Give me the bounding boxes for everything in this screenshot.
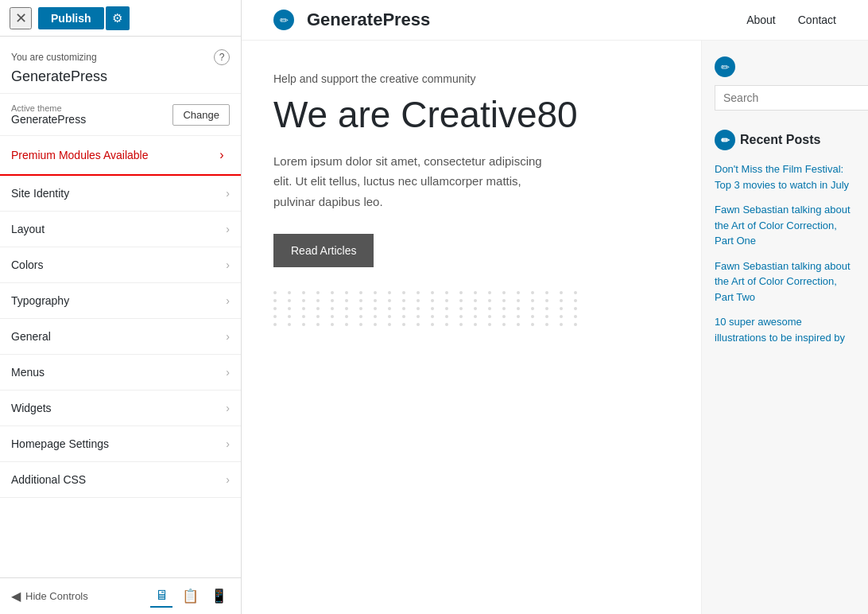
dot bbox=[345, 315, 348, 318]
tablet-icon[interactable]: 📋 bbox=[179, 585, 201, 608]
dot bbox=[302, 323, 305, 326]
recent-post-link-2[interactable]: Fawn Sebastian talking about the Art of … bbox=[715, 202, 855, 249]
publish-button[interactable]: Publish bbox=[38, 7, 104, 29]
right-panel: ✏ GeneratePress About Contact Help and s… bbox=[242, 0, 868, 614]
dot bbox=[545, 299, 548, 302]
chevron-right-icon: › bbox=[214, 147, 230, 163]
dot bbox=[417, 299, 420, 302]
sidebar: ✏ 🔍 ✏ Recent Posts Don't Miss the Film F… bbox=[701, 41, 868, 614]
dot bbox=[488, 299, 491, 302]
gear-icon: ⚙ bbox=[112, 11, 122, 25]
dot bbox=[459, 307, 463, 310]
dot bbox=[345, 323, 348, 326]
left-panel: ✕ Publish ⚙ You are customizing ? Genera… bbox=[0, 0, 242, 614]
menu-item-menus[interactable]: Menus › bbox=[0, 355, 241, 391]
site-logo-text: GeneratePress bbox=[307, 10, 430, 30]
edit-logo-icon[interactable]: ✏ bbox=[273, 10, 294, 30]
site-header: ✏ GeneratePress About Contact bbox=[242, 0, 868, 41]
dot bbox=[431, 291, 434, 294]
dot bbox=[488, 291, 491, 294]
menu-item-layout[interactable]: Layout › bbox=[0, 212, 241, 247]
chevron-icon: › bbox=[226, 294, 230, 307]
recent-post-link-4[interactable]: 10 super awesome illustrations to be ins… bbox=[715, 314, 855, 345]
hero-title: We are Creative80 bbox=[273, 95, 669, 135]
dot bbox=[359, 291, 362, 294]
dot bbox=[417, 323, 420, 326]
dot bbox=[417, 307, 420, 310]
dot bbox=[374, 291, 377, 294]
dot bbox=[388, 315, 391, 318]
dot bbox=[474, 299, 477, 302]
change-theme-button[interactable]: Change bbox=[172, 104, 230, 126]
mobile-icon[interactable]: 📱 bbox=[207, 585, 230, 608]
desktop-icon[interactable]: 🖥 bbox=[150, 585, 172, 608]
dot bbox=[273, 315, 277, 318]
menu-item-site-identity[interactable]: Site Identity › bbox=[0, 176, 241, 212]
dot bbox=[431, 299, 434, 302]
dot bbox=[474, 315, 477, 318]
chevron-icon: › bbox=[226, 223, 230, 235]
dot bbox=[574, 307, 577, 310]
dot bbox=[445, 291, 448, 294]
read-articles-button[interactable]: Read Articles bbox=[273, 234, 374, 267]
dot bbox=[445, 299, 448, 302]
dot bbox=[531, 299, 534, 302]
dot bbox=[302, 307, 305, 310]
menu-item-homepage-settings[interactable]: Homepage Settings › bbox=[0, 426, 241, 462]
dot bbox=[517, 299, 520, 302]
dot bbox=[431, 307, 434, 310]
hero-body: Lorem ipsum dolor sit amet, consectetur … bbox=[273, 151, 544, 212]
premium-modules-row[interactable]: Premium Modules Available › bbox=[0, 136, 241, 176]
recent-posts-widget: ✏ Recent Posts Don't Miss the Film Festi… bbox=[715, 130, 855, 345]
recent-post-link-1[interactable]: Don't Miss the Film Festival: Top 3 movi… bbox=[715, 161, 855, 192]
top-bar: ✕ Publish ⚙ bbox=[0, 0, 241, 37]
dot bbox=[574, 299, 577, 302]
help-icon[interactable]: ? bbox=[214, 49, 230, 65]
dot bbox=[445, 307, 448, 310]
chevron-icon: › bbox=[226, 437, 230, 450]
edit-recent-posts-icon[interactable]: ✏ bbox=[715, 130, 735, 150]
hero-subtitle: Help and support the creative community bbox=[273, 72, 669, 85]
dot bbox=[502, 299, 506, 302]
dot bbox=[488, 323, 491, 326]
dot bbox=[374, 315, 377, 318]
dot bbox=[531, 291, 534, 294]
menu-list: Site Identity › Layout › Colors › Typogr… bbox=[0, 176, 241, 577]
hide-controls-button[interactable]: ◀ Hide Controls bbox=[11, 589, 88, 604]
dot bbox=[288, 315, 291, 318]
search-widget: ✏ 🔍 bbox=[715, 56, 855, 111]
bottom-bar: ◀ Hide Controls 🖥 📋 📱 bbox=[0, 577, 241, 614]
menu-item-additional-css[interactable]: Additional CSS › bbox=[0, 462, 241, 498]
nav-item-contact[interactable]: Contact bbox=[798, 14, 836, 26]
dot bbox=[531, 323, 534, 326]
menu-item-general[interactable]: General › bbox=[0, 319, 241, 355]
dot bbox=[560, 315, 563, 318]
dot bbox=[402, 299, 405, 302]
menu-item-widgets[interactable]: Widgets › bbox=[0, 391, 241, 426]
dot bbox=[374, 323, 377, 326]
dot bbox=[402, 291, 405, 294]
dot bbox=[488, 307, 491, 310]
menu-item-typography[interactable]: Typography › bbox=[0, 283, 241, 319]
nav-item-about[interactable]: About bbox=[746, 14, 776, 26]
dot bbox=[574, 323, 577, 326]
dot bbox=[545, 307, 548, 310]
edit-search-icon[interactable]: ✏ bbox=[715, 56, 735, 77]
menu-item-colors[interactable]: Colors › bbox=[0, 247, 241, 283]
chevron-icon: › bbox=[226, 258, 230, 271]
gear-button[interactable]: ⚙ bbox=[106, 6, 130, 30]
dot bbox=[574, 291, 577, 294]
customizing-site-title: GeneratePress bbox=[11, 68, 230, 85]
dot bbox=[517, 307, 520, 310]
recent-post-link-3[interactable]: Fawn Sebastian talking about the Art of … bbox=[715, 258, 855, 305]
dot bbox=[517, 291, 520, 294]
search-input[interactable] bbox=[715, 85, 868, 111]
close-button[interactable]: ✕ bbox=[10, 7, 32, 29]
dot bbox=[431, 323, 434, 326]
dot bbox=[374, 307, 377, 310]
content-area: Help and support the creative community … bbox=[242, 41, 701, 614]
dot bbox=[574, 315, 577, 318]
chevron-icon: › bbox=[226, 402, 230, 414]
site-logo-area: ✏ GeneratePress bbox=[273, 10, 430, 30]
dot bbox=[531, 315, 534, 318]
